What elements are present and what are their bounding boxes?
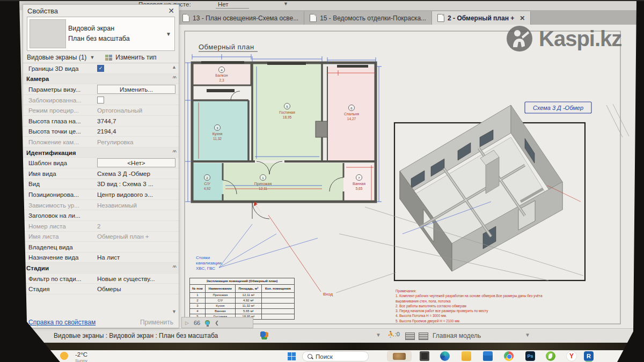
scroll-down-icon[interactable]: ▼ xyxy=(172,309,177,314)
property-row[interactable]: Вид3D вид : Схема 3 ... xyxy=(23,179,179,190)
property-row[interactable]: СтадияОбмеры xyxy=(23,284,179,294)
property-value[interactable]: Новые и существу... xyxy=(97,275,175,282)
property-value[interactable]: Обмерный план + xyxy=(97,233,175,240)
balcony-wall-zone xyxy=(192,85,251,100)
section-header[interactable]: Камера^^ xyxy=(23,74,179,85)
selection-filter[interactable]: Видовые экраны (1) xyxy=(27,54,86,61)
chevron-down-icon[interactable]: ▼ xyxy=(166,31,171,37)
weather-temp[interactable]: -2°C xyxy=(75,351,87,358)
property-row[interactable]: Имя видаСхема 3 Д -Обмер xyxy=(23,168,179,179)
collapse-section-icon[interactable]: ^^ xyxy=(173,265,175,271)
property-label: Высота глаза на... xyxy=(28,117,97,124)
property-row[interactable]: Заголовок на ли... xyxy=(23,210,179,221)
svg-text:Гостиная: Гостиная xyxy=(279,110,295,114)
property-row[interactable]: Владелец вида xyxy=(23,242,179,253)
desktop-wallpaper-strip xyxy=(0,343,644,350)
property-checkbox[interactable] xyxy=(97,97,104,104)
store-icon[interactable] xyxy=(483,351,493,361)
property-row[interactable]: Границы 3D вида✓ xyxy=(23,63,179,74)
photoshop-icon[interactable]: Ps xyxy=(525,351,535,361)
3d-view[interactable] xyxy=(394,105,585,280)
start-button[interactable] xyxy=(288,352,296,360)
active-workset-label[interactable]: Главная модель xyxy=(433,332,481,339)
yandex-icon[interactable]: Y xyxy=(567,351,576,361)
scale-control[interactable]: 66 xyxy=(194,320,200,326)
svg-text:18,95: 18,95 xyxy=(283,115,292,119)
property-row[interactable]: Параметры визу...Изменить... xyxy=(23,84,179,95)
property-row[interactable]: Фильтр по стади...Новые и существу... xyxy=(23,274,179,284)
sync-icon[interactable] xyxy=(260,331,268,339)
rotation-on-sheet-value[interactable]: Нет xyxy=(216,1,249,9)
property-value[interactable]: 3744,7 xyxy=(97,117,175,124)
property-value[interactable]: 2 xyxy=(97,223,175,230)
chevron-down-icon[interactable]: ▼ xyxy=(283,1,288,6)
tab-finish-schedule[interactable]: 15 - Ведомость отделки-Покраска... xyxy=(304,11,432,25)
property-value[interactable]: На лист xyxy=(97,254,175,261)
collapse-icon[interactable]: ❮ xyxy=(215,320,219,326)
weather-desc[interactable]: Sunny xyxy=(75,358,87,362)
properties-help-link[interactable]: Справка по свойствам xyxy=(28,319,96,326)
expand-icon[interactable]: ▷ xyxy=(185,320,189,326)
worksets-icon[interactable] xyxy=(405,333,415,340)
svg-text:Ванная: Ванная xyxy=(353,182,365,186)
widgets-icon[interactable] xyxy=(387,351,411,361)
property-checkbox[interactable]: ✓ xyxy=(97,65,104,72)
editing-requests-icon[interactable]: ⛹:0 xyxy=(387,331,400,338)
design-options-icon[interactable] xyxy=(419,333,428,340)
property-value[interactable]: 3D вид : Схема 3 ... xyxy=(97,180,175,187)
property-value[interactable]: Обмеры xyxy=(97,285,175,292)
property-value[interactable]: Схема 3 Д -Обмер xyxy=(97,170,175,177)
property-value[interactable]: 2194,4 xyxy=(97,128,175,135)
property-value-button[interactable]: Изменить... xyxy=(97,85,175,94)
green-app-icon[interactable] xyxy=(546,351,555,361)
property-row[interactable]: Номер листа2 xyxy=(23,221,179,232)
svg-text:Схема 3 Д -Обмер: Схема 3 Д -Обмер xyxy=(533,105,583,111)
task-view-icon[interactable] xyxy=(420,351,429,361)
search-box[interactable]: Поиск xyxy=(302,351,369,361)
property-value[interactable]: Независимый xyxy=(97,202,175,209)
view-tab-bar: 13 - План освещения-Схема осве... 15 - В… xyxy=(177,10,644,25)
property-row[interactable]: Имя листаОбмерный план + xyxy=(23,232,179,242)
property-row[interactable]: Назначение видаНа лист xyxy=(23,253,179,263)
chevron-down-icon[interactable]: ▼ xyxy=(525,332,530,338)
property-row[interactable]: Высота точки це...2194,4 xyxy=(23,127,179,137)
temporary-hide-isolate-icon[interactable] xyxy=(205,320,210,325)
chevron-down-icon[interactable]: ▼ xyxy=(376,332,381,338)
close-icon[interactable]: ✕ xyxy=(168,6,174,15)
weather-sun-icon[interactable] xyxy=(60,352,68,360)
chrome-icon[interactable] xyxy=(504,351,514,361)
balcony-window xyxy=(207,89,235,92)
type-name: План без масштаба xyxy=(68,34,166,44)
property-row[interactable]: Положение кам...Регулировка xyxy=(23,137,179,147)
scroll-up-icon[interactable]: ▲ xyxy=(172,64,177,70)
property-row[interactable]: Высота глаза на...3744,7 xyxy=(23,116,179,127)
property-value-button[interactable]: <Нет> xyxy=(97,158,175,167)
section-header[interactable]: Идентификация^^ xyxy=(23,147,179,158)
property-label: Заголовок на ли... xyxy=(28,212,97,219)
tab-lighting-plan[interactable]: 13 - План освещения-Схема осве... xyxy=(177,11,304,25)
apply-button[interactable]: Применить xyxy=(140,319,173,326)
property-row[interactable]: Заблокированна... xyxy=(23,95,179,106)
chevron-down-icon[interactable]: ▼ xyxy=(90,55,94,60)
property-value[interactable]: Регулировка xyxy=(97,138,175,145)
explorer-icon[interactable] xyxy=(462,351,471,361)
property-row[interactable]: Позиционирова...Центр видового э... xyxy=(23,189,179,200)
collapse-section-icon[interactable]: ^^ xyxy=(173,76,175,82)
property-row[interactable]: Шаблон вида<Нет> xyxy=(23,158,179,168)
close-icon[interactable]: ✕ xyxy=(519,14,525,22)
svg-text:Спальня: Спальня xyxy=(344,112,359,116)
revit-icon[interactable]: R xyxy=(584,351,594,361)
tab-measured-plan-active[interactable]: 2 - Обмерный план + ✕ xyxy=(432,11,531,25)
kaspi-watermark-text: Kaspi.kz xyxy=(539,27,621,51)
svg-text:С/У: С/У xyxy=(204,182,210,186)
section-header[interactable]: Стадии^^ xyxy=(23,263,179,274)
property-value[interactable]: Центр видового э... xyxy=(97,191,175,198)
property-row[interactable]: Режим проецир...Ортогональный xyxy=(23,105,179,116)
edit-type-button[interactable]: Изменить тип xyxy=(115,54,156,61)
property-value[interactable]: Ортогональный xyxy=(97,107,175,114)
property-row[interactable]: Зависимость ур...Независимый xyxy=(23,200,179,211)
type-selector[interactable]: Видовой экран План без масштаба ▼ xyxy=(27,17,175,51)
collapse-section-icon[interactable]: ^^ xyxy=(173,150,175,156)
edge-icon[interactable] xyxy=(440,351,450,361)
property-label: Зависимость ур... xyxy=(28,202,97,209)
